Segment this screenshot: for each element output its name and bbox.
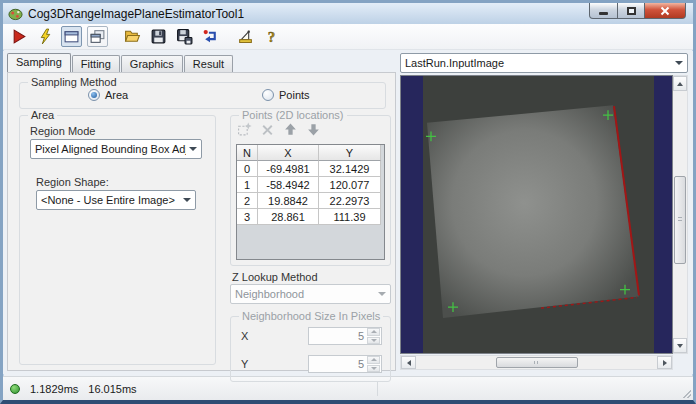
sampling-tabpage: Sampling Method Area Points Area Region … — [7, 72, 396, 371]
region-shape-value: <None - Use Entire Image> — [41, 194, 180, 206]
plane-tool-button[interactable] — [235, 26, 256, 47]
scroll-right-button[interactable] — [657, 356, 672, 369]
minimize-icon — [599, 12, 608, 15]
thumb-grip — [678, 217, 682, 223]
electric-run-button[interactable] — [35, 26, 56, 47]
floating-image-display-button[interactable] — [87, 26, 108, 47]
close-icon — [660, 6, 670, 16]
main-area: Sampling Fitting Graphics Result Samplin… — [3, 51, 693, 374]
plane-tool-icon — [237, 28, 254, 45]
help-icon: ? — [263, 28, 280, 45]
save-as-button[interactable] — [174, 26, 195, 47]
horizontal-scrollbar[interactable] — [400, 355, 673, 370]
spin-down-icon — [371, 339, 377, 342]
y-size-spinner[interactable]: 5 — [308, 355, 382, 373]
tab-graphics[interactable]: Graphics — [121, 55, 183, 72]
thumb-grip — [534, 361, 540, 364]
scroll-up-icon — [677, 82, 683, 86]
vertical-scrollbar[interactable] — [673, 75, 688, 354]
tab-sampling[interactable]: Sampling — [7, 53, 71, 72]
radio-area[interactable]: Area — [88, 89, 128, 101]
points-table-row[interactable]: 328.861111.39 — [237, 209, 384, 225]
radio-points[interactable]: Points — [262, 89, 310, 101]
image-viewport[interactable] — [400, 75, 673, 354]
x-spinner-buttons[interactable] — [367, 328, 380, 344]
result-time: 16.015ms — [88, 383, 136, 395]
move-down-button[interactable] — [306, 122, 321, 141]
neighborhood-size-group: Neighborhood Size In Pixels X 5 Y 5 — [230, 316, 391, 382]
sampling-method-group-label: Sampling Method — [28, 76, 120, 88]
scrollbar-corner — [673, 355, 688, 370]
close-button[interactable] — [645, 3, 686, 19]
scroll-right-icon — [663, 360, 667, 366]
open-button[interactable] — [122, 26, 143, 47]
delete-icon — [260, 122, 275, 137]
horizontal-scroll-thumb[interactable] — [496, 357, 578, 368]
image-display-panel: LastRun.InputImage — [400, 53, 688, 370]
resize-grip[interactable] — [680, 387, 691, 398]
arrow-up-icon — [283, 122, 298, 137]
run-button[interactable] — [9, 26, 30, 47]
points-group: Points (2D locations) NXY0-69.498132.142… — [230, 115, 391, 266]
range-image-overlay — [401, 76, 672, 353]
scroll-left-button[interactable] — [401, 356, 416, 369]
points-table[interactable]: NXY0-69.498132.14291-58.4942120.077219.8… — [236, 144, 385, 260]
reset-icon — [202, 28, 219, 45]
spin-down-icon — [371, 367, 377, 370]
z-lookup-combobox[interactable]: Neighborhood — [230, 284, 391, 304]
area-group-label: Area — [28, 109, 57, 121]
z-lookup-label: Z Lookup Method — [232, 271, 318, 283]
chevron-down-icon — [189, 147, 197, 151]
region-shape-label: Region Shape: — [36, 176, 109, 188]
points-table-row[interactable]: 0-69.498132.1429 — [237, 161, 384, 177]
chevron-down-icon — [183, 198, 191, 202]
lightning-icon — [37, 28, 54, 45]
points-table-row[interactable]: 219.884222.2973 — [237, 193, 384, 209]
help-button[interactable]: ? — [261, 26, 282, 47]
open-folder-icon — [124, 28, 141, 45]
neighborhood-size-group-label: Neighborhood Size In Pixels — [239, 310, 383, 322]
y-spinner-buttons[interactable] — [367, 356, 380, 372]
region-shape-combobox[interactable]: <None - Use Entire Image> — [36, 190, 196, 210]
display-source-combobox[interactable]: LastRun.InputImage — [400, 53, 688, 73]
reset-button[interactable] — [200, 26, 221, 47]
titlebar[interactable]: Cog3DRangeImagePlaneEstimatorTool1 — [3, 3, 693, 24]
scroll-up-button[interactable] — [673, 76, 687, 91]
points-table-header: NXY — [237, 145, 384, 161]
add-point-icon — [237, 122, 252, 137]
radio-area-label: Area — [105, 89, 128, 101]
move-up-button[interactable] — [283, 122, 298, 141]
spin-up-icon — [371, 358, 377, 361]
x-size-spinner[interactable]: 5 — [308, 327, 382, 345]
scroll-down-button[interactable] — [673, 338, 687, 353]
minimize-button[interactable] — [589, 3, 618, 19]
y-size-value: 5 — [309, 358, 367, 370]
save-button[interactable] — [148, 26, 169, 47]
windows-copy-icon — [89, 28, 106, 45]
radio-area-icon — [88, 89, 100, 101]
tab-fitting[interactable]: Fitting — [72, 55, 120, 72]
maximize-icon — [627, 7, 636, 15]
radio-points-icon — [262, 89, 274, 101]
app-icon — [8, 6, 23, 21]
window-icon — [63, 28, 80, 45]
region-mode-combobox[interactable]: Pixel Aligned Bounding Box Adjust Mask — [30, 139, 202, 159]
chevron-down-icon — [675, 61, 683, 65]
sampling-method-group: Sampling Method Area Points — [19, 82, 386, 109]
vertical-scroll-thumb[interactable] — [674, 176, 686, 264]
points-table-row[interactable]: 1-58.4942120.077 — [237, 177, 384, 193]
scroll-left-icon — [407, 360, 411, 366]
show-image-display-button[interactable] — [61, 26, 82, 47]
x-size-value: 5 — [309, 330, 367, 342]
points-toolbar — [237, 122, 321, 141]
region-mode-label: Region Mode — [30, 125, 95, 137]
x-size-label: X — [241, 330, 248, 342]
points-group-label: Points (2D locations) — [239, 109, 347, 121]
add-point-button[interactable] — [237, 122, 252, 141]
radio-points-label: Points — [279, 89, 310, 101]
delete-point-button[interactable] — [260, 122, 275, 141]
tabstrip: Sampling Fitting Graphics Result — [7, 53, 234, 72]
main-toolbar: ? — [3, 24, 693, 50]
maximize-button[interactable] — [618, 3, 645, 19]
tab-result[interactable]: Result — [184, 55, 233, 72]
